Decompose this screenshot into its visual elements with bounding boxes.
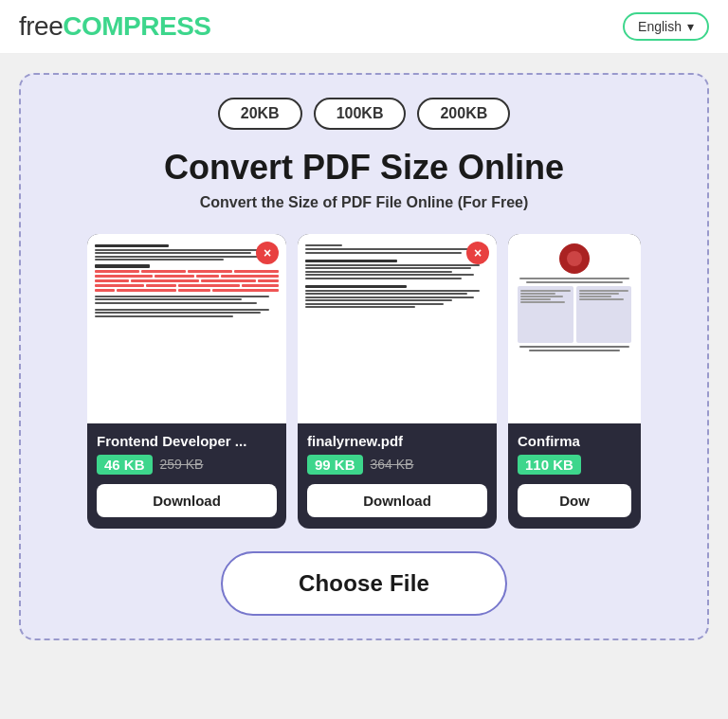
- card-3: Confirma 110 KB Dow: [508, 234, 641, 529]
- card-1-preview: [87, 234, 286, 423]
- language-selector[interactable]: English ▾: [623, 12, 709, 41]
- card-2-download-btn[interactable]: Download: [307, 484, 487, 517]
- card-1-filename: Frontend Developer ...: [97, 433, 277, 449]
- card-2: × finalyrnew.pdf 99 KB 364 KB Download: [298, 234, 497, 529]
- main-content: 20KB 100KB 200KB Convert PDF Size Online…: [0, 54, 728, 659]
- card-3-sizes: 110 KB: [518, 455, 631, 475]
- cards-row: × Frontend Developer ... 46 KB 259 KB Do…: [40, 234, 688, 529]
- size-pills-row: 20KB 100KB 200KB: [40, 98, 688, 130]
- card-2-info: finalyrnew.pdf 99 KB 364 KB Download: [298, 423, 497, 529]
- card-3-filename: Confirma: [518, 433, 631, 449]
- card-1: × Frontend Developer ... 46 KB 259 KB Do…: [87, 234, 286, 529]
- language-label: English: [638, 19, 682, 34]
- card-3-download-btn[interactable]: Dow: [518, 484, 631, 517]
- card-3-info: Confirma 110 KB Dow: [508, 423, 641, 529]
- card-1-close-btn[interactable]: ×: [256, 242, 279, 264]
- choose-file-button[interactable]: Choose File: [221, 551, 507, 616]
- card-1-size-new: 46 KB: [97, 455, 153, 475]
- card-1-download-btn[interactable]: Download: [97, 484, 277, 517]
- logo-free: free: [19, 11, 63, 41]
- logo: freeCOMPRESS: [19, 11, 211, 42]
- card-1-size-old: 259 KB: [160, 457, 204, 472]
- card-3-size-new: 110 KB: [518, 455, 581, 475]
- card-2-close-btn[interactable]: ×: [466, 242, 489, 264]
- card-1-sizes: 46 KB 259 KB: [97, 455, 277, 475]
- size-pill-200kb[interactable]: 200KB: [417, 98, 510, 130]
- card-1-info: Frontend Developer ... 46 KB 259 KB Down…: [87, 423, 286, 529]
- card-2-size-old: 364 KB: [371, 457, 414, 472]
- chevron-down-icon: ▾: [687, 19, 694, 34]
- logo-compress: COMPRESS: [63, 11, 210, 41]
- size-pill-20kb[interactable]: 20KB: [218, 98, 302, 130]
- card-2-sizes: 99 KB 364 KB: [307, 455, 487, 475]
- choose-file-wrap: Choose File: [40, 551, 688, 616]
- card-3-preview: [508, 234, 641, 423]
- card-2-preview: [298, 234, 497, 423]
- main-title: Convert PDF Size Online: [40, 149, 688, 187]
- size-pill-100kb[interactable]: 100KB: [314, 98, 407, 130]
- sub-title: Convert the Size of PDF File Online (For…: [40, 194, 688, 211]
- dashed-container: 20KB 100KB 200KB Convert PDF Size Online…: [19, 73, 709, 640]
- header: freeCOMPRESS English ▾: [0, 0, 728, 54]
- card-2-filename: finalyrnew.pdf: [307, 433, 487, 449]
- card-2-size-new: 99 KB: [307, 455, 363, 475]
